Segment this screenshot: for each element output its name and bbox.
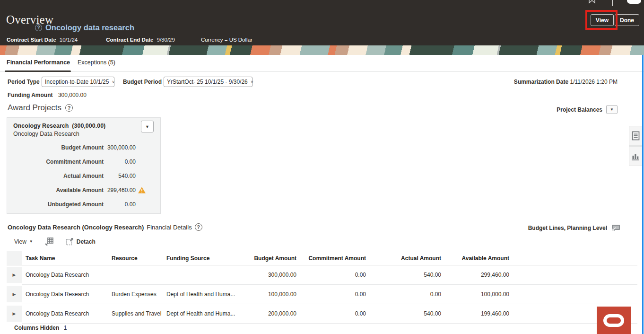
table-grid-icon: [45, 237, 53, 246]
table-row[interactable]: ▶ Oncology Data Research Burden Expenses…: [7, 285, 637, 304]
table-toolbar: View ▼ Detach: [14, 237, 96, 246]
expand-arrow-icon: ▶: [13, 292, 16, 297]
expand-column-header: [7, 251, 22, 265]
budget-lines-group: Budget Lines, Planning Level: [528, 224, 620, 231]
done-button[interactable]: Done: [615, 14, 639, 26]
budget-period-value: YrStartOct- 25 10/1/25 - 9/30/26: [167, 79, 248, 85]
cell-budget-amount: 100,000.00: [236, 285, 300, 304]
card-row-budget: Budget Amount 300,000.00: [7, 141, 160, 155]
detach-label: Detach: [77, 238, 96, 245]
project-card-subtitle: Oncology Data Research: [13, 131, 79, 137]
tab-exceptions[interactable]: Exceptions (5): [78, 59, 115, 66]
award-project-card[interactable]: Oncology Research (300,000.00) Oncology …: [7, 117, 161, 214]
period-type-label: Period Type: [8, 79, 40, 85]
view-menu-label: View: [14, 238, 26, 245]
header-pill-button[interactable]: [627, 0, 641, 4]
budget-period-label: Budget Period: [123, 79, 162, 85]
decorative-banner: [0, 45, 644, 55]
cell-funding-source: Dept of Health and Huma...: [163, 285, 236, 304]
funding-amount-row: Funding Amount 300,000.00: [8, 92, 87, 98]
cell-available-amount: 299,460.00: [445, 265, 513, 285]
project-amount: (300,000.00): [72, 123, 105, 129]
details-project-name: Oncology Data Research (Oncology Researc…: [8, 224, 144, 231]
tab-financial-performance[interactable]: Financial Performance: [7, 59, 70, 66]
financial-details-table: Task Name Resource Funding Source Budget…: [7, 251, 637, 324]
detach-icon: [66, 237, 74, 246]
column-header-task-name[interactable]: Task Name: [22, 251, 108, 265]
planning-level-icon[interactable]: [611, 224, 620, 231]
project-card-dropdown-button[interactable]: ▼: [141, 121, 154, 132]
chart-view-button[interactable]: [629, 146, 643, 166]
actual-amount-label: Actual Amount: [7, 173, 104, 179]
help-icon[interactable]: ?: [195, 223, 202, 231]
chevron-down-icon: ∨: [112, 79, 115, 84]
budget-amount-value: 300,000.00: [104, 144, 136, 151]
column-header-resource[interactable]: Resource: [108, 251, 163, 265]
cell-budget-amount: 200,000.00: [236, 304, 300, 324]
cell-task-name: Oncology Data Research: [22, 285, 108, 304]
project-name: Oncology Research: [13, 123, 69, 129]
warning-icon[interactable]: [138, 187, 146, 193]
column-header-funding-source[interactable]: Funding Source: [163, 251, 236, 265]
contract-start-value: 10/1/24: [60, 37, 78, 43]
expand-row-button[interactable]: ▶: [7, 267, 22, 283]
project-balances-dropdown-button[interactable]: ▼: [606, 105, 618, 114]
available-amount-label: Available Amount: [7, 187, 104, 193]
expand-row-button[interactable]: ▶: [7, 286, 22, 302]
expand-arrow-icon: ▶: [13, 311, 16, 316]
cell-commitment-amount: 0.00: [300, 265, 370, 285]
bookmark-icon[interactable]: [588, 0, 596, 4]
financial-details-header: Oncology Data Research (Oncology Researc…: [8, 223, 202, 231]
cell-available-amount: 100,000.00: [445, 285, 513, 304]
commitment-amount-label: Commitment Amount: [7, 158, 104, 165]
cell-funding-source: [163, 265, 236, 285]
column-header-available-amount[interactable]: Available Amount: [445, 251, 513, 265]
chevron-down-icon: ∨: [251, 79, 254, 84]
header-divider: [612, 0, 613, 6]
summarization-date: Summarization Date 1/11/2026 1:20 PM: [514, 79, 618, 85]
freeze-columns-button[interactable]: [45, 237, 53, 246]
column-header-budget-amount[interactable]: Budget Amount: [236, 251, 300, 265]
help-icon[interactable]: ?: [35, 24, 42, 31]
cell-available-amount: 199,460.00: [445, 304, 513, 324]
panel-left-border: [5, 72, 5, 326]
award-title: Oncology data research: [45, 23, 134, 32]
help-icon[interactable]: ?: [65, 104, 73, 112]
table-row[interactable]: ▶ Oncology Data Research Supplies and Tr…: [7, 304, 637, 324]
budget-amount-label: Budget Amount: [7, 144, 104, 151]
contract-end-value: 9/30/29: [157, 37, 175, 43]
table-row[interactable]: ▶ Oncology Data Research 300,000.00 0.00…: [7, 265, 637, 285]
document-view-button[interactable]: [629, 126, 643, 146]
project-balances-label: Project Balances: [557, 106, 602, 113]
card-row-actual: Actual Amount 540.00: [7, 169, 160, 183]
column-header-commitment-amount[interactable]: Commitment Amount: [300, 251, 370, 265]
unbudgeted-amount-label: Unbudgeted Amount: [7, 201, 104, 208]
expand-row-button[interactable]: ▶: [7, 306, 22, 322]
contract-end-label: Contract End Date: [106, 37, 153, 43]
view-menu-button[interactable]: View ▼: [14, 238, 33, 245]
view-button[interactable]: View: [591, 14, 614, 26]
contract-info-row: Contract Start Date 10/1/24 Contract End…: [7, 37, 252, 43]
project-card-title: Oncology Research (300,000.00): [13, 123, 105, 129]
budget-period-select[interactable]: YrStartOct- 25 10/1/25 - 9/30/26 ∨: [164, 77, 252, 87]
award-title-line: ? Oncology data research: [35, 23, 134, 32]
active-tab-underline: [5, 70, 71, 72]
bar-chart-icon: [631, 152, 640, 161]
award-projects-header: Award Projects ?: [8, 103, 73, 113]
oracle-o-mark: [603, 314, 624, 327]
funding-amount-label: Funding Amount: [8, 92, 53, 98]
project-balances-group: Project Balances ▼: [557, 105, 618, 114]
funding-amount-value: 300,000.00: [58, 92, 87, 98]
cell-actual-amount: 0.00: [370, 285, 445, 304]
period-type-select[interactable]: Inception-to-Date 10/1/25 ∨: [42, 77, 114, 87]
oracle-logo: [597, 307, 631, 334]
page-header: Overview ? Oncology data research Contra…: [0, 0, 644, 45]
columns-hidden-label: Columns Hidden: [14, 325, 59, 331]
detach-button[interactable]: Detach: [66, 237, 96, 246]
columns-hidden-footer: Columns Hidden 1: [14, 325, 67, 331]
card-row-commitment: Commitment Amount 0.00: [7, 155, 160, 169]
cell-actual-amount: 540.00: [370, 265, 445, 285]
summarization-date-label: Summarization Date: [514, 79, 568, 85]
summarization-date-value: 1/11/2026 1:20 PM: [570, 79, 618, 85]
column-header-actual-amount[interactable]: Actual Amount: [370, 251, 445, 265]
